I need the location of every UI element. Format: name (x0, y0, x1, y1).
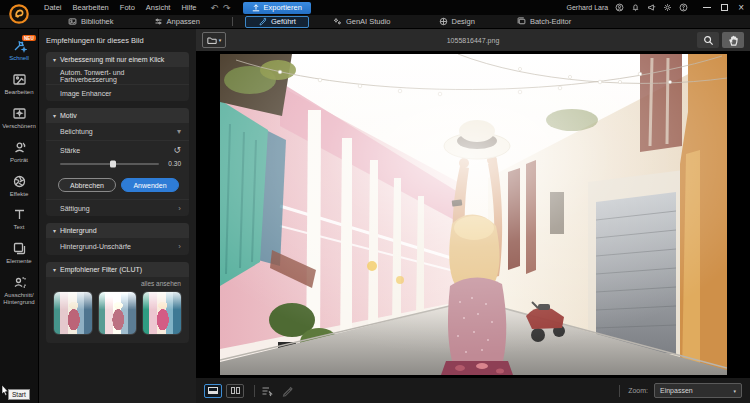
rail-item-effekte[interactable]: Effekte (0, 171, 38, 201)
zoom-dropdown[interactable]: Einpassen ▾ (654, 383, 742, 398)
tab-anpassen[interactable]: Anpassen (148, 15, 206, 28)
tab-design[interactable]: Design (433, 15, 481, 28)
collapse-triangle-icon: ▾ (53, 56, 56, 63)
collapse-triangle-icon: ▾ (53, 266, 56, 273)
pan-tool-button[interactable] (722, 32, 744, 48)
tab-bibliothek-label: Bibliothek (81, 17, 114, 26)
rail-item-elemente[interactable]: Elemente (0, 238, 38, 268)
minimize-button[interactable] (703, 7, 711, 8)
collapse-triangle-icon: ▾ (53, 112, 56, 119)
feature-rail: NEU Schnell Bearbeiten Verschönern Portr… (0, 29, 38, 403)
rail-item-ausschnitt-hintergrund[interactable]: Ausschnitt/ Hintergrund (0, 272, 38, 309)
restore-button[interactable] (721, 4, 728, 11)
cursor-overlay: Start (1, 385, 30, 400)
menu-foto[interactable]: Foto (120, 3, 135, 12)
chevron-right-icon: › (178, 242, 181, 251)
tab-bibliothek[interactable]: Bibliothek (62, 15, 120, 28)
edit-photo-icon (12, 72, 27, 87)
undo-icon[interactable]: ↶ (210, 3, 218, 13)
filter-thumbnail-1[interactable] (53, 291, 93, 335)
close-button[interactable]: × (738, 3, 744, 13)
settings-gear-icon[interactable] (663, 3, 672, 12)
hand-icon (728, 35, 739, 46)
menu-bearbeiten[interactable]: Bearbeiten (73, 3, 109, 12)
one-click-header[interactable]: ▾ Verbesserung mit nur einem Klick (46, 52, 189, 67)
rail-item-portraet[interactable]: Porträt (0, 137, 38, 167)
auto-tone-color-item[interactable]: Autom. Tonwert- und Farbverbesserung (46, 67, 189, 84)
menu-ansicht[interactable]: Ansicht (146, 3, 171, 12)
rail-item-bearbeiten[interactable]: Bearbeiten (0, 69, 38, 99)
account-icon[interactable] (615, 3, 624, 12)
rail-item-schnell[interactable]: NEU Schnell (0, 35, 38, 65)
announcements-megaphone-icon[interactable] (647, 3, 656, 12)
cutout-background-icon (12, 275, 27, 290)
background-blur-label: Hintergrund-Unschärfe (60, 243, 131, 250)
pen-tool-button[interactable] (281, 385, 293, 397)
user-name[interactable]: Gerhard Lara (567, 4, 609, 11)
image-filename: 1055816447.png (196, 37, 750, 44)
divider (619, 385, 620, 397)
canvas-statusbar: Zoom: Einpassen ▾ (196, 377, 750, 403)
strength-slider-handle[interactable] (110, 160, 116, 167)
chevron-right-icon: › (178, 204, 181, 213)
auto-tone-color-label: Autom. Tonwert- und Farbverbesserung (60, 69, 181, 83)
canvas-toolbar: ▾ 1055816447.png (196, 29, 750, 51)
filter-thumbnails (46, 289, 189, 343)
elements-layers-icon (12, 241, 27, 256)
image-enhancer-item[interactable]: Image Enhancer (46, 84, 189, 101)
beautify-icon (12, 106, 27, 121)
background-header[interactable]: ▾ Hintergrund (46, 223, 189, 238)
filter-clut-header[interactable]: ▾ Empfohlener Filter (CLUT) (46, 262, 189, 277)
strength-block: Stärke ↺ 0.30 (46, 140, 189, 173)
saettigung-item[interactable]: Sättigung › (46, 199, 189, 216)
menu-hilfe[interactable]: Hilfe (181, 3, 196, 12)
tab-genai-studio[interactable]: GenAI Studio (327, 15, 397, 28)
compare-view-button[interactable] (226, 384, 244, 398)
effects-aperture-icon (12, 174, 27, 189)
guided-pen-icon (258, 17, 267, 26)
design-icon (439, 17, 448, 26)
belichtung-item[interactable]: Belichtung ▾ (46, 123, 189, 140)
tab-gefuehrt[interactable]: Geführt (245, 16, 309, 28)
strength-slider[interactable] (60, 163, 159, 165)
export-button[interactable]: Exportieren (243, 2, 311, 14)
tab-design-label: Design (452, 17, 475, 26)
single-view-button[interactable] (204, 384, 222, 398)
photo-canvas[interactable] (196, 51, 750, 377)
reset-icon[interactable]: ↺ (173, 145, 181, 155)
motiv-header[interactable]: ▾ Motiv (46, 108, 189, 123)
chevron-down-icon: ▾ (177, 127, 181, 136)
background-header-label: Hintergrund (60, 227, 97, 234)
rail-label: Text (1, 224, 37, 231)
filter-thumbnail-2[interactable] (98, 291, 138, 335)
help-icon[interactable] (679, 3, 688, 12)
background-blur-item[interactable]: Hintergrund-Unschärfe › (46, 238, 189, 255)
image-enhancer-label: Image Enhancer (60, 90, 111, 97)
export-label: Exportieren (264, 3, 302, 12)
notifications-bell-icon[interactable] (631, 3, 640, 12)
tab-divider (232, 17, 233, 26)
collapse-triangle-icon: ▾ (53, 227, 56, 234)
filter-clut-header-label: Empfohlener Filter (CLUT) (60, 266, 142, 273)
filter-thumbnail-3[interactable] (142, 291, 182, 335)
redo-icon[interactable]: ↷ (223, 3, 231, 13)
zoom-label: Zoom: (628, 387, 648, 394)
menu-datei[interactable]: Datei (44, 3, 62, 12)
folder-button[interactable]: ▾ (202, 32, 226, 48)
genai-sparkles-icon (333, 17, 342, 26)
saettigung-label: Sättigung (60, 205, 90, 212)
zoom-tool-button[interactable] (697, 32, 719, 48)
apply-button[interactable]: Anwenden (121, 178, 179, 192)
see-all-link[interactable]: alles ansehen (141, 280, 181, 287)
rail-label: Effekte (1, 191, 37, 198)
edit-history-icon (261, 385, 273, 397)
tab-gefuehrt-label: Geführt (271, 17, 296, 26)
module-tabbar: Bibliothek Anpassen Geführt GenAI Studio… (0, 15, 750, 29)
folder-icon (207, 36, 217, 45)
tab-batch-editor[interactable]: Batch-Editor (511, 15, 577, 28)
pen-icon (281, 385, 293, 397)
show-edits-button[interactable] (261, 385, 273, 397)
rail-item-text[interactable]: Text (0, 204, 38, 234)
cancel-button[interactable]: Abbrechen (58, 178, 116, 192)
rail-item-verschoenern[interactable]: Verschönern (0, 103, 38, 133)
